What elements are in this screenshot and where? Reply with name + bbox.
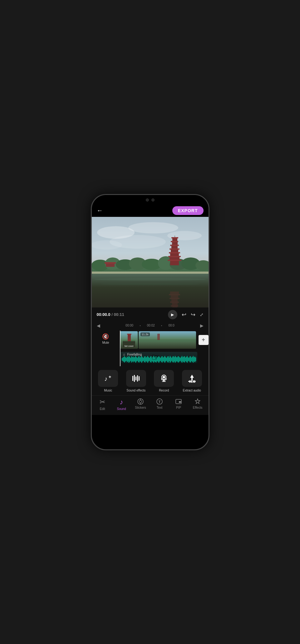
mute-button[interactable]: 🔇 Mute: [102, 333, 109, 344]
svg-rect-131: [186, 357, 186, 362]
sound-effects-icon-box: [126, 370, 146, 387]
svg-rect-77: [140, 357, 140, 361]
svg-marker-170: [195, 399, 200, 404]
nav-item-stickers[interactable]: Stickers: [131, 398, 150, 409]
svg-rect-22: [171, 241, 178, 242]
svg-rect-115: [172, 357, 173, 362]
status-bar: [92, 195, 209, 205]
nav-item-text[interactable]: T Text: [150, 398, 169, 409]
svg-rect-169: [179, 401, 181, 403]
sound-effects-icon: [131, 373, 141, 383]
scrub-time-1: 00:00: [125, 324, 133, 327]
record-icon: [159, 373, 169, 383]
playback-controls: ▶ ↩ ↪ ⤢: [168, 310, 204, 319]
svg-rect-81: [143, 358, 144, 361]
svg-point-18: [94, 278, 206, 281]
svg-rect-141: [194, 357, 195, 362]
extract-audio-tool-button[interactable]: Extract audio: [178, 370, 206, 392]
text-nav-label: Text: [157, 406, 162, 409]
svg-rect-139: [193, 356, 193, 363]
record-tool-button[interactable]: Record: [150, 370, 178, 392]
music-tool-button[interactable]: ♪ + Music: [94, 370, 122, 392]
svg-rect-112: [170, 356, 170, 363]
svg-rect-132: [187, 356, 187, 363]
svg-rect-56: [122, 358, 122, 361]
back-button[interactable]: ←: [97, 207, 103, 214]
svg-rect-138: [192, 357, 193, 362]
sound-effects-tool-button[interactable]: Sound effects: [122, 370, 150, 392]
svg-rect-27: [171, 250, 178, 252]
play-button[interactable]: ▶: [168, 310, 177, 319]
svg-rect-69: [133, 357, 133, 362]
skip-back-button[interactable]: ◀: [97, 323, 100, 328]
svg-rect-127: [182, 357, 183, 362]
svg-rect-140: [194, 357, 194, 362]
video-strip[interactable]: 11.2s: [139, 331, 196, 349]
export-button[interactable]: EXPORT: [172, 206, 204, 215]
music-label: Music: [104, 389, 112, 392]
svg-rect-73: [136, 357, 137, 362]
svg-rect-161: [194, 380, 195, 383]
current-time: 00:00.0: [97, 312, 111, 317]
svg-rect-40: [171, 299, 178, 302]
svg-rect-129: [184, 356, 185, 362]
svg-text:T: T: [159, 400, 161, 404]
svg-rect-70: [134, 357, 134, 361]
svg-marker-154: [190, 375, 194, 378]
svg-rect-26: [170, 248, 180, 250]
scrubber-bar[interactable]: ◀ 00:00 ● 00:02 ● 00:0 ▶: [92, 322, 209, 329]
sound-effects-label: Sound effects: [126, 389, 145, 392]
nav-item-edit[interactable]: ✂ Edit: [93, 398, 112, 411]
svg-rect-79: [141, 356, 142, 363]
svg-rect-128: [183, 357, 184, 362]
svg-rect-89: [150, 357, 150, 362]
svg-rect-134: [189, 358, 189, 361]
svg-rect-125: [181, 357, 181, 362]
svg-rect-75: [138, 357, 139, 362]
svg-rect-86: [147, 356, 148, 363]
svg-rect-32: [168, 260, 181, 261]
undo-button[interactable]: ↩: [182, 311, 186, 318]
total-time: 00:11: [114, 312, 124, 317]
set-cover-svg: Set cover: [120, 331, 138, 349]
music-icon: ♪ +: [103, 373, 113, 383]
svg-rect-33: [170, 261, 179, 265]
audio-waveform[interactable]: ♫ Freefalling: [120, 352, 197, 363]
svg-rect-46: [105, 262, 116, 264]
set-cover-thumbnail[interactable]: Set cover: [120, 331, 138, 349]
svg-rect-36: [172, 307, 177, 307]
svg-rect-116: [173, 356, 174, 362]
svg-rect-23: [172, 242, 178, 245]
svg-rect-105: [164, 357, 164, 362]
svg-rect-91: [152, 357, 152, 361]
svg-rect-55: [157, 334, 160, 340]
svg-rect-94: [154, 357, 155, 362]
redo-button[interactable]: ↪: [191, 311, 195, 318]
sound-nav-label: Sound: [117, 407, 126, 411]
nav-item-pip[interactable]: PIP: [169, 398, 188, 409]
svg-rect-68: [132, 357, 132, 362]
svg-rect-126: [182, 356, 182, 363]
svg-rect-25: [171, 246, 178, 248]
add-clip-button[interactable]: +: [199, 335, 209, 345]
nav-item-effects[interactable]: Effects: [188, 398, 207, 409]
text-icon: T: [156, 398, 163, 405]
scene-svg: [92, 217, 209, 307]
svg-rect-137: [191, 357, 192, 361]
svg-rect-158: [189, 380, 190, 383]
fullscreen-button[interactable]: ⤢: [200, 312, 204, 317]
skip-end-button[interactable]: ▶: [200, 323, 204, 328]
pagoda-scene: [92, 217, 209, 307]
nav-item-sound[interactable]: ♪ Sound: [112, 398, 131, 411]
svg-rect-109: [167, 357, 168, 362]
audio-track[interactable]: ♫ Freefalling: [120, 351, 209, 365]
effects-nav-label: Effects: [193, 406, 202, 409]
svg-rect-92: [152, 357, 153, 362]
svg-rect-102: [161, 357, 162, 362]
svg-rect-82: [144, 357, 145, 362]
svg-rect-96: [156, 356, 156, 362]
svg-rect-67: [131, 356, 132, 362]
svg-rect-147: [135, 377, 136, 380]
svg-rect-31: [170, 257, 180, 260]
top-bar: ← EXPORT: [92, 205, 209, 217]
